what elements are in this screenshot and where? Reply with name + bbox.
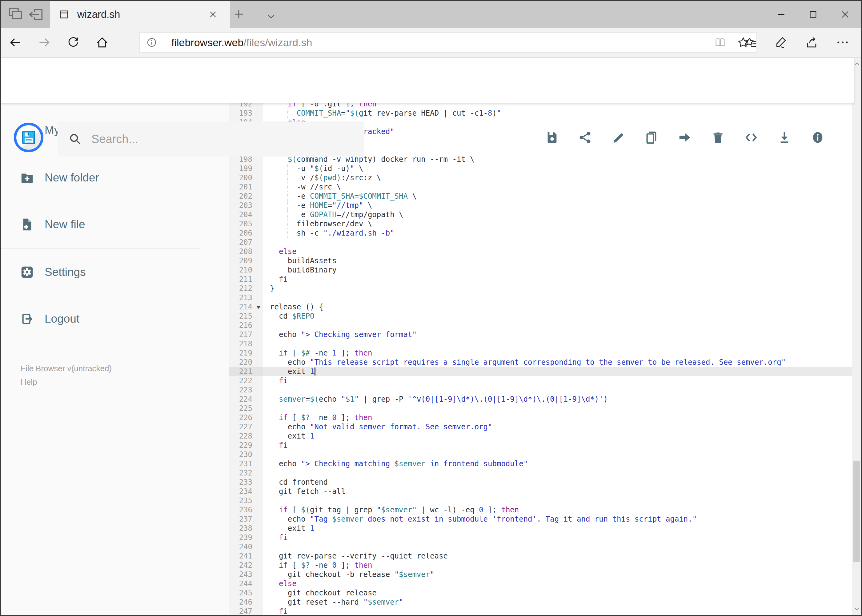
help-link[interactable]: Help (20, 375, 112, 389)
code-line[interactable]: 193 COMMIT_SHA="$(git rev-parse HEAD | c… (229, 108, 852, 118)
code-line[interactable]: 244 else (229, 579, 852, 588)
code-line[interactable]: 199 -u "$(id -u)" \ (229, 164, 852, 173)
code-line[interactable]: 236 if [ $(git tag | grep "$semver" | wc… (229, 505, 852, 514)
tab-list-chevron-icon[interactable] (263, 8, 280, 25)
code-line[interactable]: 241 git rev-parse --verify --quiet relea… (229, 552, 852, 561)
scrollbar-down-icon[interactable] (852, 603, 861, 615)
code-line[interactable]: 223 (229, 385, 852, 394)
code-line[interactable]: 246 git reset --hard "$semver" (229, 597, 852, 607)
tab-close-button[interactable] (204, 6, 222, 23)
new-tab-button[interactable] (230, 6, 247, 23)
set-aside-tabs-button[interactable] (27, 6, 44, 23)
sidebar-item-settings[interactable]: Settings (1, 255, 229, 289)
edit-button[interactable] (611, 130, 626, 145)
code-line[interactable]: 201 -w //src \ (229, 182, 852, 192)
code-line[interactable]: 202 -e COMMIT_SHA=$COMMIT_SHA \ (229, 192, 852, 201)
code-line[interactable]: 212} (229, 284, 852, 293)
code-line[interactable]: 229 fi (229, 441, 852, 450)
site-info-icon[interactable] (140, 37, 164, 48)
minimize-button[interactable] (765, 1, 797, 28)
browser-tab[interactable]: wizard.sh (50, 1, 230, 28)
code-line[interactable]: 228 exit 1 (229, 432, 852, 441)
code-line[interactable]: 220 echo "This release script requires a… (229, 358, 852, 367)
tab-preview-button[interactable] (7, 6, 24, 23)
code-line[interactable]: 218 (229, 339, 852, 349)
url-text[interactable]: filebrowser.web/files/wizard.sh (172, 36, 714, 49)
share-file-button[interactable] (578, 130, 592, 145)
code-line[interactable]: 227 echo "Not valid semver format. See s… (229, 422, 852, 432)
code-line[interactable]: 235 (229, 496, 852, 505)
sidebar-item-logout[interactable]: Logout (1, 302, 229, 336)
code-line[interactable]: 224 semver=$(echo "$1" | grep -P '^v(0|[… (229, 394, 852, 404)
close-window-button[interactable] (829, 1, 861, 28)
code-line[interactable]: 208 else (229, 247, 852, 256)
save-button[interactable] (545, 130, 559, 145)
code-line[interactable]: 211 fi (229, 275, 852, 284)
code-line[interactable]: 242 if [ $? -ne 0 ]; then (229, 561, 852, 570)
search-input[interactable]: Search... (58, 121, 364, 157)
url-host: filebrowser.web (172, 36, 243, 48)
scrollbar-thumb[interactable] (853, 461, 860, 562)
code-line[interactable]: 237 echo "Tag $semver does not exist in … (229, 514, 852, 524)
code-line[interactable]: 216 (229, 321, 852, 330)
fold-marker-icon[interactable] (256, 306, 261, 309)
code-line[interactable]: 221 exit 1 (229, 367, 852, 376)
move-button[interactable] (678, 130, 692, 145)
code-line[interactable]: 245 git checkout release (229, 588, 852, 597)
code-line[interactable]: 247 fi (229, 607, 852, 615)
code-line[interactable]: 204 -e GOPATH=//tmp/gopath \ (229, 210, 852, 219)
code-line[interactable]: 200 -v /$(pwd):/src:z \ (229, 173, 852, 182)
code-view-button[interactable] (744, 130, 758, 145)
code-line[interactable]: 217 echo "> Checking semver format" (229, 330, 852, 339)
code-line[interactable]: 234 git fetch --all (229, 487, 852, 496)
code-line[interactable]: 231 echo "> Checking matching $semver in… (229, 459, 852, 468)
delete-button[interactable] (711, 130, 725, 145)
tab-title: wizard.sh (77, 9, 204, 20)
line-number: 232 (229, 468, 263, 478)
code-line[interactable]: 232 (229, 468, 852, 478)
copy-button[interactable] (645, 130, 659, 145)
code-line[interactable]: 222 fi (229, 376, 852, 385)
code-line[interactable]: 243 git checkout -b release "$semver" (229, 570, 852, 579)
line-number: 228 (229, 432, 263, 441)
code-line[interactable]: 230 (229, 450, 852, 459)
page-scrollbar[interactable] (852, 58, 861, 615)
sidebar-item-new-file[interactable]: New file (1, 207, 229, 241)
code-line[interactable]: 226 if [ $? -ne 0 ]; then (229, 413, 852, 422)
download-button[interactable] (777, 130, 791, 145)
forward-button[interactable] (30, 30, 59, 55)
code-line[interactable]: 214release () { (229, 302, 852, 311)
maximize-button[interactable] (797, 1, 829, 28)
code-line[interactable]: 233 cd frontend (229, 478, 852, 487)
address-bar[interactable]: filebrowser.web/files/wizard.sh (139, 32, 757, 53)
reading-view-icon[interactable] (714, 36, 726, 49)
code-line[interactable]: 203 -e HOME="//tmp" \ (229, 201, 852, 210)
share-button[interactable] (796, 32, 827, 53)
back-button[interactable] (1, 30, 30, 55)
more-menu-button[interactable] (827, 32, 858, 53)
code-line[interactable]: 209 buildAssets (229, 256, 852, 266)
code-line[interactable]: 238 exit 1 (229, 524, 852, 533)
refresh-button[interactable] (59, 30, 88, 55)
code-editor[interactable]: 192 if [ -d .git ]; then193 COMMIT_SHA="… (229, 103, 852, 615)
code-line[interactable]: 210 buildBinary (229, 266, 852, 275)
line-number: 242 (229, 561, 263, 570)
hub-button[interactable] (735, 32, 766, 53)
ink-note-button[interactable] (766, 32, 796, 53)
line-number: 210 (229, 266, 263, 275)
code-line[interactable]: 192 if [ -d .git ]; then (229, 103, 852, 108)
code-line[interactable]: 240 (229, 542, 852, 552)
code-line[interactable]: 215 cd $REPO (229, 311, 852, 321)
info-button[interactable] (811, 130, 825, 145)
filebrowser-logo[interactable] (14, 123, 43, 152)
tab-favicon (59, 9, 69, 20)
code-line[interactable]: 239 fi (229, 533, 852, 542)
home-button[interactable] (88, 30, 117, 55)
code-line[interactable]: 219 if [ $# -ne 1 ]; then (229, 349, 852, 358)
code-line[interactable]: 213 (229, 293, 852, 302)
sidebar-item-new-folder[interactable]: New folder (1, 161, 229, 195)
code-line[interactable]: 207 (229, 238, 852, 247)
code-line[interactable]: 205 filebrowser/dev \ (229, 219, 852, 228)
code-line[interactable]: 206 sh -c "./wizard.sh -b" (229, 228, 852, 238)
code-line[interactable]: 225 (229, 404, 852, 413)
